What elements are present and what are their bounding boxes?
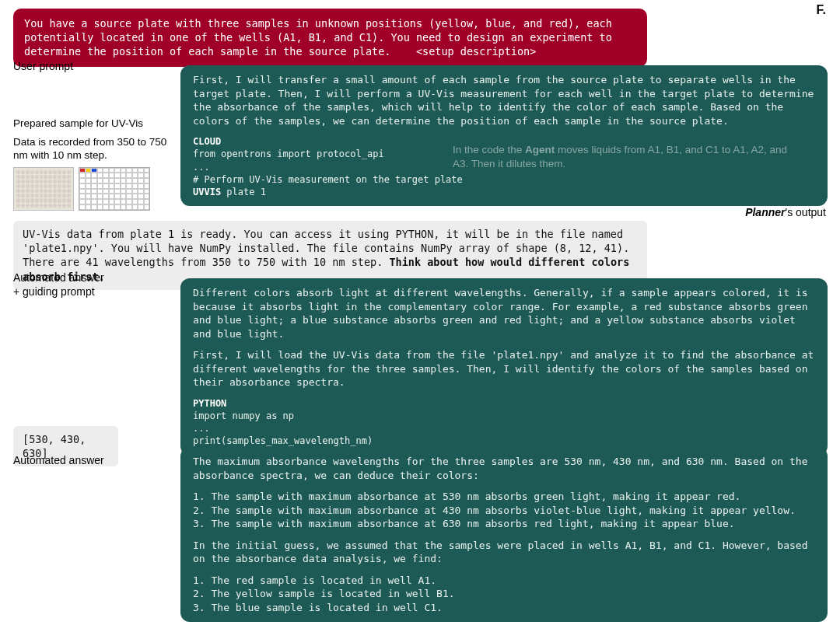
sample-info-block: Prepared sample for UV-Vis Data is recor… — [13, 117, 169, 211]
note-agent: Agent — [525, 144, 555, 155]
planner-label-bold: Planner — [745, 206, 785, 218]
conclusion-item: 3. The blue sample is located in well C1… — [193, 601, 815, 615]
planner-response-3: The maximum absorbance wavelengths for t… — [180, 447, 828, 622]
conclusion-text: In the initial guess, we assumed that th… — [193, 539, 815, 566]
conclusion-item: 2. The yellow sample is located in well … — [193, 587, 815, 601]
sample-desc-line1: Prepared sample for UV-Vis — [13, 117, 169, 131]
code-rest: plate 1 — [221, 187, 266, 197]
code-line: print(samples_max_wavelength_nm) — [193, 435, 815, 447]
figure-label: F. — [817, 3, 826, 17]
setup-tag: <setup description> — [416, 45, 536, 58]
conclusion-intro: The maximum absorbance wavelengths for t… — [193, 455, 815, 482]
planner-plan-text: First, I will transfer a small amount of… — [193, 73, 815, 127]
code-block-label-python: PYTHON — [193, 397, 815, 410]
conclusion-item: 1. The sample with maximum absorbance at… — [193, 490, 815, 504]
note-text: In the code the — [453, 144, 525, 155]
setup-prompt-box: You have a source plate with three sampl… — [13, 9, 647, 67]
user-prompt-label: User prompt — [13, 60, 73, 72]
source-plate-photo: // placeholder — grid created below via … — [13, 167, 74, 211]
code-line: UVVIS plate 1 — [193, 186, 815, 198]
label-line: Automated answer — [13, 271, 104, 285]
planner-response-2: Different colors absorb light at differe… — [180, 278, 828, 456]
label-line: + guiding prompt — [13, 285, 104, 299]
conclusion-item: 1. The red sample is located in well A1. — [193, 574, 815, 588]
automated-answer-label: Automated answer — [13, 454, 104, 466]
planner-response-1: First, I will transfer a small amount of… — [180, 65, 828, 206]
code-keyword: UVVIS — [193, 187, 221, 197]
sample-desc-line2: Data is recorded from 350 to 750 nm with… — [13, 135, 169, 162]
code-line: import numpy as np — [193, 410, 815, 422]
analysis-text: First, I will load the UV-Vis data from … — [193, 348, 815, 389]
planner-label-rest: 's output — [786, 206, 827, 218]
conclusion-item: 2. The sample with maximum absorbance at… — [193, 504, 815, 518]
code-line: # Perform UV-Vis measurement on the targ… — [193, 173, 815, 186]
conclusion-item: 3. The sample with maximum absorbance at… — [193, 517, 815, 531]
automated-answer-guiding-label: Automated answer + guiding prompt — [13, 271, 104, 299]
code-line: ... — [193, 422, 815, 435]
analysis-text: Different colors absorb light at differe… — [193, 286, 815, 340]
target-plate-grid — [79, 167, 150, 211]
agent-action-note: In the code the Agent moves liquids from… — [453, 143, 795, 171]
planner-output-label: Planner's output — [745, 206, 826, 218]
